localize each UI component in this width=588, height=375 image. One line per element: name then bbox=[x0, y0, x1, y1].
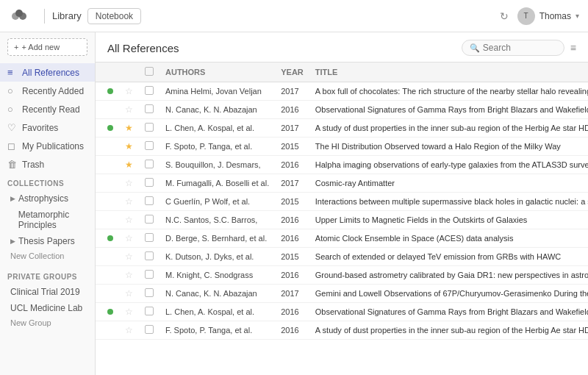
sidebar-item-recently-added[interactable]: ○ Recently Added bbox=[0, 82, 95, 100]
cell-authors: L. Chen, A. Kospal, et al. bbox=[159, 119, 275, 138]
row-checkbox[interactable] bbox=[145, 86, 154, 95]
cell-title[interactable]: Search of extended or delayed TeV emissi… bbox=[309, 248, 588, 266]
cell-year: 2016 bbox=[275, 156, 309, 174]
star-icon[interactable]: ☆ bbox=[125, 325, 133, 335]
cell-title[interactable]: A study of dust properties in the inner … bbox=[309, 321, 588, 340]
row-checkbox[interactable] bbox=[145, 215, 154, 224]
notebook-button[interactable]: Notebook bbox=[87, 8, 141, 24]
book-icon: ○ bbox=[7, 104, 18, 115]
cell-year: 2016 bbox=[275, 229, 309, 248]
main-layout: + + Add new ≡ All References ○ Recently … bbox=[0, 32, 588, 375]
table-row: ★F. Spoto, P. Tanga, et al.2015The HI Di… bbox=[96, 138, 588, 156]
row-checkbox[interactable] bbox=[145, 251, 154, 260]
cell-title[interactable]: Observational Signatures of Gamma Rays f… bbox=[309, 101, 588, 119]
cell-title[interactable]: Ground-based astrometry calibrated by Ga… bbox=[309, 266, 588, 285]
cell-year: 2015 bbox=[275, 248, 309, 266]
star-icon[interactable]: ☆ bbox=[125, 251, 133, 262]
star-icon[interactable]: ☆ bbox=[125, 196, 133, 207]
cell-title[interactable]: Atomic Clock Ensemble in Space (ACES) da… bbox=[309, 229, 588, 248]
sidebar-item-clinical-trial[interactable]: Clinical Trial 2019 bbox=[0, 284, 95, 300]
cell-title[interactable]: Observational Signatures of Gamma Rays f… bbox=[309, 303, 588, 321]
cell-authors: F. Spoto, P. Tanga, et al. bbox=[159, 321, 275, 340]
row-checkbox[interactable] bbox=[145, 307, 154, 315]
star-icon[interactable]: ☆ bbox=[125, 215, 133, 225]
sidebar-item-all-references[interactable]: ≡ All References bbox=[0, 63, 95, 82]
sidebar-item-metamorphic-principles[interactable]: Metamorphic Principles bbox=[0, 207, 95, 233]
cell-year: 2016 bbox=[275, 266, 309, 285]
search-box[interactable]: 🔍 bbox=[462, 40, 564, 56]
add-new-button[interactable]: + + Add new bbox=[7, 38, 87, 56]
select-all-checkbox[interactable] bbox=[145, 67, 154, 76]
svg-point-2 bbox=[15, 10, 23, 17]
star-icon[interactable]: ☆ bbox=[125, 307, 133, 317]
status-dot bbox=[107, 309, 113, 315]
cell-title[interactable]: A study of dust properties in the inner … bbox=[309, 119, 588, 138]
row-checkbox[interactable] bbox=[145, 178, 154, 187]
row-checkbox[interactable] bbox=[145, 325, 154, 334]
expand-icon: ▶ bbox=[10, 238, 15, 245]
cell-title[interactable]: Gemini and Lowell Observations of 67P/Ch… bbox=[309, 285, 588, 303]
cell-authors: D. Berge, S. Bernhard, et al. bbox=[159, 229, 275, 248]
row-checkbox[interactable] bbox=[145, 270, 154, 279]
filter-icon[interactable]: ≡ bbox=[570, 42, 576, 54]
cell-title[interactable]: Upper Limits to Magnetic Fields in the O… bbox=[309, 211, 588, 229]
cell-authors: L. Chen, A. Kospal, et al. bbox=[159, 303, 275, 321]
plus-icon: + bbox=[14, 43, 18, 51]
cell-title[interactable]: A box full of chocolates: The rich struc… bbox=[309, 82, 588, 101]
row-checkbox[interactable] bbox=[145, 141, 154, 150]
heart-icon: ♡ bbox=[7, 122, 18, 133]
table-header-row: AUTHORS YEAR TITLE SOURCE ADDED▼ FILE bbox=[96, 63, 588, 82]
star-icon[interactable]: ★ bbox=[125, 123, 133, 133]
content-header: All References 🔍 ≡ bbox=[96, 32, 588, 63]
row-checkbox[interactable] bbox=[145, 123, 154, 132]
search-input[interactable] bbox=[483, 43, 556, 53]
sidebar-item-thesis-papers[interactable]: ▶ Thesis Papers bbox=[0, 233, 95, 249]
star-icon[interactable]: ☆ bbox=[125, 104, 133, 115]
cell-year: 2016 bbox=[275, 211, 309, 229]
cell-title[interactable]: The HI Distribution Observed toward a Ha… bbox=[309, 138, 588, 156]
header-right: ↻ T Thomas ▾ bbox=[500, 7, 579, 25]
cell-authors: K. Dutson, J. Dyks, et al. bbox=[159, 248, 275, 266]
cell-title[interactable]: Halpha imaging observations of early-typ… bbox=[309, 156, 588, 174]
table-row: ☆Amina Helmi, Jovan Veljan2017A box full… bbox=[96, 82, 588, 101]
sidebar-item-astrophysics[interactable]: ▶ Astrophysics bbox=[0, 190, 95, 207]
cell-title[interactable]: Interactions between multiple supermassi… bbox=[309, 193, 588, 211]
cell-year: 2017 bbox=[275, 174, 309, 193]
star-icon[interactable]: ☆ bbox=[125, 233, 133, 243]
table-row: ★L. Chen, A. Kospal, et al.2017A study o… bbox=[96, 119, 588, 138]
star-icon[interactable]: ☆ bbox=[125, 178, 133, 188]
star-icon[interactable]: ☆ bbox=[125, 86, 133, 96]
clock-icon: ○ bbox=[7, 85, 18, 96]
sidebar: + + Add new ≡ All References ○ Recently … bbox=[0, 32, 96, 375]
table-row: ☆D. Berge, S. Bernhard, et al.2016Atomic… bbox=[96, 229, 588, 248]
table-row: ☆C Guerlín, P Wolf, et al.2015Interactio… bbox=[96, 193, 588, 211]
star-icon[interactable]: ★ bbox=[125, 141, 133, 151]
sidebar-item-my-publications[interactable]: ◻ My Publications bbox=[0, 137, 95, 155]
content-area: All References 🔍 ≡ AUTHORS YEAR bbox=[96, 32, 588, 375]
row-checkbox[interactable] bbox=[145, 288, 154, 297]
content-header-right: 🔍 ≡ bbox=[462, 40, 576, 56]
cell-authors: C Guerlín, P Wolf, et al. bbox=[159, 193, 275, 211]
chevron-down-icon: ▾ bbox=[576, 12, 579, 20]
new-group-link[interactable]: New Group bbox=[0, 316, 95, 329]
cell-title[interactable]: Cosmic-ray Antimatter bbox=[309, 174, 588, 193]
star-icon[interactable]: ☆ bbox=[125, 270, 133, 280]
row-checkbox[interactable] bbox=[145, 196, 154, 205]
new-collection-link[interactable]: New Collection bbox=[0, 249, 95, 262]
row-checkbox[interactable] bbox=[145, 233, 154, 242]
col-check-header bbox=[139, 63, 159, 82]
row-checkbox[interactable] bbox=[145, 160, 154, 168]
document-icon: ◻ bbox=[7, 140, 18, 151]
user-menu[interactable]: T Thomas ▾ bbox=[517, 7, 579, 25]
star-icon[interactable]: ★ bbox=[125, 160, 133, 170]
sidebar-item-favorites[interactable]: ♡ Favorites bbox=[0, 118, 95, 137]
references-table-wrapper: AUTHORS YEAR TITLE SOURCE ADDED▼ FILE ☆A… bbox=[96, 63, 588, 375]
header-divider bbox=[44, 9, 45, 24]
star-icon[interactable]: ☆ bbox=[125, 288, 133, 299]
sidebar-item-trash[interactable]: 🗑 Trash bbox=[0, 155, 95, 174]
sidebar-item-ucl-medicine-lab[interactable]: UCL Medicine Lab bbox=[0, 300, 95, 316]
refresh-icon[interactable]: ↻ bbox=[500, 10, 509, 22]
cell-year: 2017 bbox=[275, 119, 309, 138]
sidebar-item-recently-read[interactable]: ○ Recently Read bbox=[0, 100, 95, 118]
row-checkbox[interactable] bbox=[145, 104, 154, 113]
